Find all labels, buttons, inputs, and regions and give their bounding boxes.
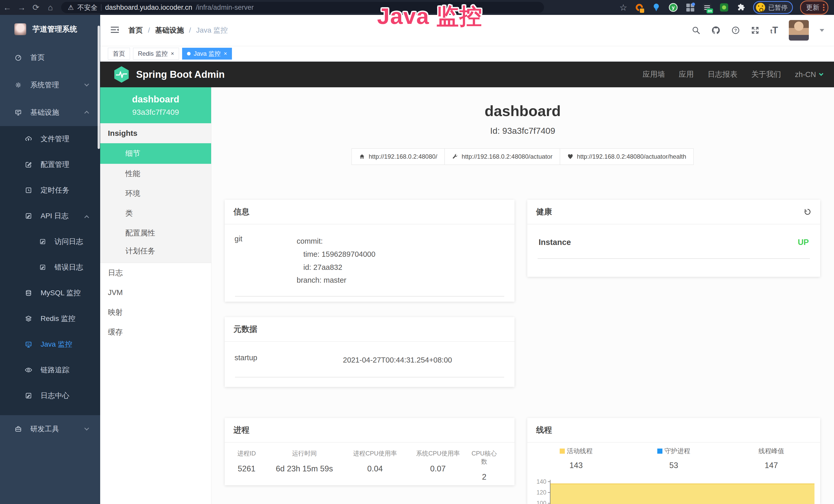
bookmark-star-icon[interactable]: ☆: [619, 2, 627, 13]
browser-back-icon[interactable]: ←: [0, 3, 14, 12]
tab-home[interactable]: 首页: [108, 48, 130, 60]
extension-list-icon[interactable]: on: [702, 3, 712, 12]
home-icon: [359, 154, 365, 160]
health-url-button[interactable]: http://192.168.0.2:48080/actuator/health: [560, 148, 694, 165]
browser-home-icon[interactable]: ⌂: [43, 3, 58, 12]
extension-screenshot-icon[interactable]: [719, 3, 729, 12]
sidebar-item-trace[interactable]: 链路追踪: [0, 357, 100, 383]
sidebar-item-file[interactable]: 文件管理: [0, 126, 100, 152]
metadata-card-title: 元数据: [225, 317, 514, 342]
sba-menu-mappings[interactable]: 映射: [100, 302, 211, 322]
sba-nav-about[interactable]: 关于我们: [751, 69, 781, 79]
tab-close-icon[interactable]: ×: [171, 50, 174, 57]
sidebar-item-mysql[interactable]: MySQL 监控: [0, 280, 100, 306]
sba-menu-details[interactable]: 细节: [100, 143, 211, 164]
sidebar-item-label: 链路追踪: [41, 365, 69, 375]
actuator-url-button[interactable]: http://192.168.0.2:48080/actuator: [444, 148, 560, 165]
threads-chart: 140 120 100: [550, 478, 816, 504]
sidebar-item-label: 基础设施: [30, 108, 59, 117]
user-avatar[interactable]: [789, 20, 809, 41]
browser-forward-icon[interactable]: →: [14, 3, 29, 12]
service-url-button[interactable]: http://192.168.0.2:48080/: [351, 148, 445, 165]
security-label[interactable]: 不安全: [77, 3, 97, 12]
legend-swatch-daemon: [657, 449, 662, 454]
legend-label: 守护进程: [664, 447, 690, 455]
sidebar-scrollbar-thumb[interactable]: [97, 26, 100, 149]
fullscreen-icon[interactable]: [751, 26, 760, 35]
metadata-card: 元数据 startup 2021-04-27T00:44:31.254+08:0…: [225, 317, 514, 387]
metadata-key: startup: [225, 353, 343, 367]
font-size-icon[interactable]: tT: [770, 25, 778, 36]
sidebar-item-home[interactable]: 首页: [0, 44, 100, 71]
sba-nav-applications[interactable]: 应用: [679, 69, 694, 79]
service-url-label: http://192.168.0.2:48080/: [369, 153, 437, 160]
extension-y-icon[interactable]: y: [668, 3, 678, 12]
browser-menu-kebab-icon[interactable]: [823, 4, 825, 11]
sba-menu-logfile[interactable]: 日志: [100, 263, 211, 283]
tab-close-icon[interactable]: ×: [224, 50, 227, 57]
divider: [537, 258, 810, 259]
address-bar[interactable]: ⚠ 不安全 dashboard.yudao.iocoder.cn /infra/…: [61, 2, 544, 13]
url-host: dashboard.yudao.iocoder.cn: [105, 4, 192, 12]
history-icon[interactable]: [804, 208, 811, 216]
sba-menu-classes[interactable]: 类: [100, 203, 211, 223]
browser-reload-icon[interactable]: ⟳: [29, 3, 43, 12]
tab-redis[interactable]: Redis 监控 ×: [133, 48, 179, 60]
sidebar-item-system[interactable]: 系统管理: [0, 71, 100, 98]
sba-language-select[interactable]: zh-CN: [795, 70, 823, 79]
sba-menu-metrics[interactable]: 性能: [100, 164, 211, 184]
sba-menu-configprops[interactable]: 配置属性: [100, 223, 211, 243]
extension-colorzilla-icon[interactable]: [634, 3, 644, 12]
instance-id-label: Id: 93a3fc7f7409: [212, 126, 834, 136]
edit-square-icon: [25, 212, 32, 220]
legend-label: 线程峰值: [759, 447, 784, 455]
sba-menu-caches[interactable]: 缓存: [100, 322, 211, 342]
sba-menu-scheduled-tasks[interactable]: 计划任务: [100, 243, 211, 263]
y-axis-tick-label: 100: [532, 500, 546, 504]
search-icon[interactable]: [692, 26, 700, 35]
tab-label: Redis 监控: [138, 49, 168, 58]
breadcrumb-infra[interactable]: 基础设施: [155, 25, 184, 35]
sidebar-item-job[interactable]: 定时任务: [0, 177, 100, 203]
info-value: commit: time: 1596289704000 id: 27aa832 …: [297, 235, 375, 287]
sba-language-value: zh-CN: [795, 70, 816, 79]
chrome-update-button[interactable]: 更新: [800, 1, 828, 15]
svg-text:?: ?: [734, 28, 737, 33]
sidebar-item-infra[interactable]: 基础设施: [0, 98, 100, 126]
sidebar-item-java[interactable]: Java 监控: [0, 331, 100, 357]
profile-paused-pill[interactable]: 已暂停: [753, 1, 793, 14]
cloud-upload-icon: [25, 135, 32, 143]
sidebar-submenu-infra: 文件管理 配置管理 定时任务 API 日志 访问日志: [0, 126, 100, 415]
sba-menu-jvm[interactable]: JVM: [100, 283, 211, 302]
legend-value: 147: [765, 461, 778, 470]
app-logo-row[interactable]: 芋道管理系统: [0, 15, 100, 44]
sba-brand-title[interactable]: Spring Boot Admin: [136, 69, 225, 80]
actuator-url-label: http://192.168.0.2:48080/actuator: [462, 153, 552, 160]
layers-icon: [25, 315, 32, 322]
sidebar-item-config[interactable]: 配置管理: [0, 152, 100, 177]
dashboard-icon: [14, 54, 22, 61]
sidebar-item-dev-tools[interactable]: 研发工具: [0, 415, 100, 443]
sidebar-item-api-log[interactable]: API 日志: [0, 203, 100, 229]
help-icon[interactable]: ?: [731, 26, 740, 35]
sidebar-item-log-center[interactable]: 日志中心: [0, 383, 100, 409]
extension-pin-icon[interactable]: [651, 3, 661, 12]
sba-nav-journal[interactable]: 日志报表: [708, 69, 738, 79]
sidebar-item-error-log[interactable]: 错误日志: [0, 254, 100, 280]
process-col-header: 系统CPU使用率: [407, 449, 469, 458]
legend-value: 53: [670, 461, 678, 470]
avatar-caret-icon[interactable]: [820, 29, 824, 32]
threads-legend: 活动线程 143 守护进程 53 线程峰值 147: [527, 443, 820, 470]
active-threads-area-series: [550, 483, 814, 504]
sidebar-item-access-log[interactable]: 访问日志: [0, 229, 100, 254]
sba-nav-wallboard[interactable]: 应用墙: [643, 69, 665, 79]
sba-instance-header[interactable]: dashboard 93a3fc7f7409: [100, 87, 211, 123]
hamburger-icon[interactable]: [110, 25, 120, 36]
extension-grid-icon[interactable]: [685, 3, 695, 12]
extensions-puzzle-icon[interactable]: [736, 3, 746, 12]
github-icon[interactable]: [711, 26, 721, 35]
tab-java[interactable]: Java 监控 ×: [182, 48, 232, 60]
sba-menu-env[interactable]: 环境: [100, 184, 211, 203]
breadcrumb-home[interactable]: 首页: [128, 25, 143, 35]
sidebar-item-redis[interactable]: Redis 监控: [0, 306, 100, 331]
